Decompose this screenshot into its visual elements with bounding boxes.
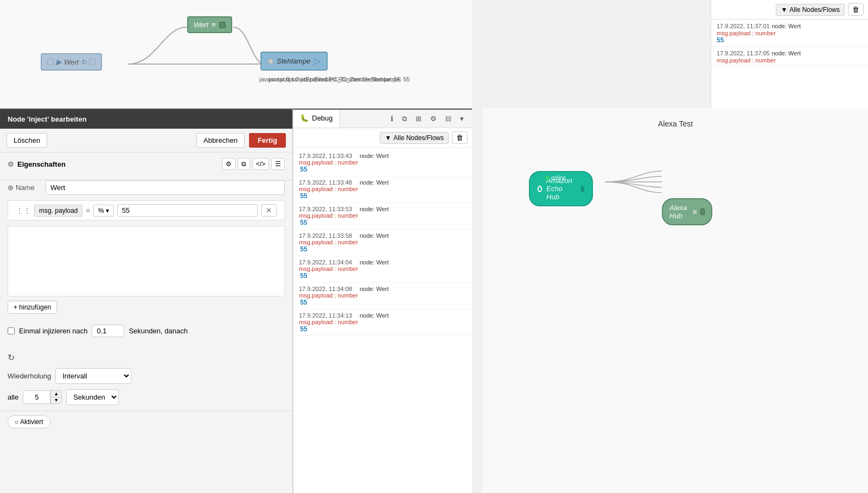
payload-eq: =: [86, 206, 90, 214]
hinzufuegen-btn[interactable]: + hinzufügen: [8, 301, 57, 314]
wert-port-right: [219, 22, 226, 28]
wiederholung-icon-row: ↻: [8, 352, 285, 363]
debug-filter-bar: ▼ Alle Nodes/Flows 🗑: [293, 128, 472, 148]
prop-list-btn[interactable]: ☰: [271, 158, 285, 170]
alexa-title: Alexa Test: [483, 109, 868, 139]
debug-messages: 17.9.2022, 11:33:43 node: Wert msg.paylo…: [293, 148, 472, 493]
inject-label: Einmal injizieren nach: [19, 327, 87, 335]
sekunden-select[interactable]: Sekunden: [66, 389, 119, 405]
alexa-hub-port-right: [700, 208, 705, 215]
inject-unit-label: Sekunden, danach: [129, 327, 187, 335]
payload-handle-icon: ⋮⋮: [16, 206, 31, 215]
inject-section: Einmal injizieren nach Sekunden, danach: [0, 319, 292, 349]
settings-btn[interactable]: ⚙: [426, 112, 441, 125]
alexa-hub-list-icon: ≡: [692, 207, 697, 216]
editor-toolbar: Löschen Abbrechen Fertig: [0, 129, 292, 153]
name-input[interactable]: [46, 180, 285, 195]
prop-gear-btn[interactable]: ⚙: [222, 158, 235, 170]
alle-value: 5: [23, 391, 50, 403]
debug-message-6: 17.9.2022, 11:34:13 node: Wert msg.paylo…: [293, 309, 472, 336]
alle-stepper: 5 ▲ ▼: [23, 390, 62, 404]
bottom-area: Node 'inject' bearbeiten Löschen Abbrech…: [0, 109, 472, 493]
copy-btn[interactable]: ⧉: [398, 112, 411, 126]
filter-icon: ▼: [781, 6, 787, 14]
prop-copy-btn[interactable]: ⧉: [238, 158, 250, 170]
debug-tab-label: Debug: [312, 114, 333, 122]
step-up-btn[interactable]: ▲: [50, 391, 61, 397]
payload-remove-btn[interactable]: ✕: [261, 204, 277, 217]
inject-icon: ▶: [56, 58, 62, 66]
flow-canvas: ▶ Wert ↻ Wert ≡ Stehlampe ▷ javascript.0…: [0, 0, 472, 109]
step-down-btn[interactable]: ▼: [50, 397, 61, 403]
stehlampe-port-left: [268, 59, 273, 64]
right-panel-header: ▼ Alle Nodes/Flows 🗑: [711, 0, 868, 20]
alexa-hub-label: Alexa Hub: [669, 204, 689, 220]
alle-label: alle: [8, 393, 18, 401]
db-btn[interactable]: ⊟: [442, 112, 455, 125]
inject-port-right: [89, 59, 95, 65]
eigenschaften-header: ⚙ Eigenschaften ⚙ ⧉ </> ☰: [8, 158, 285, 170]
debug-message-0: 17.9.2022, 11:33:43 node: Wert msg.paylo…: [293, 150, 472, 176]
tag-icon: ⊛: [8, 184, 14, 192]
stehlampe-node[interactable]: Stehlampe ▷: [260, 52, 328, 71]
inject-checkbox[interactable]: [8, 327, 15, 334]
debug-message-3: 17.9.2022, 11:33:58 node: Wert msg.paylo…: [293, 230, 472, 256]
payload-tag: msg. payload: [34, 205, 82, 217]
aktiviert-btn[interactable]: ○ Aktiviert: [8, 415, 50, 428]
more-btn[interactable]: ▾: [456, 112, 468, 125]
debug-panel-header: 🐛 Debug ℹ ⧉ ⊞ ⚙ ⊟ ▾: [293, 110, 472, 128]
eigenschaften-title: Eigenschaften: [17, 160, 66, 168]
echo-port-left: [538, 186, 542, 192]
inject-value-input[interactable]: [92, 325, 124, 337]
grid-btn[interactable]: ⊞: [412, 112, 425, 125]
debug-panel-icons: ℹ ⧉ ⊞ ⚙ ⊟ ▾: [387, 112, 472, 126]
inject-label: Wert: [64, 58, 79, 66]
payload-type-btn[interactable]: % ▾: [93, 205, 114, 217]
payload-extra-area: [8, 226, 285, 296]
wert-label: Wert: [194, 21, 208, 29]
circle-icon: ○: [15, 418, 18, 426]
right-entry-1: 17.9.2022, 11:37:01 node: Wert msg.paylo…: [711, 20, 868, 47]
debug-message-1: 17.9.2022, 11:33:48 node: Wert msg.paylo…: [293, 176, 472, 203]
inject-refresh: ↻: [81, 58, 87, 66]
info-btn[interactable]: ℹ: [387, 112, 397, 125]
trash-icon-debug: 🗑: [456, 134, 463, 142]
node-editor-panel: Node 'inject' bearbeiten Löschen Abbrech…: [0, 109, 293, 493]
editor-header: Node 'inject' bearbeiten: [0, 110, 292, 129]
wiederholung-select[interactable]: Intervall: [55, 368, 131, 384]
debug-message-2: 17.9.2022, 11:33:53 node: Wert msg.paylo…: [293, 203, 472, 230]
debug-tab[interactable]: 🐛 Debug: [293, 110, 340, 128]
wiederholung-section: ↻ Wiederholung Intervall alle 5 ▲ ▼: [0, 349, 292, 410]
online-badge: online: [545, 175, 566, 181]
wert-function-node[interactable]: Wert ≡: [187, 16, 232, 33]
name-label: ⊛ Name: [8, 184, 40, 192]
editor-title: Node 'inject' bearbeiten: [8, 115, 87, 123]
stehlampe-label: Stehlampe: [277, 57, 310, 65]
right-filter-btn[interactable]: ▼ Alle Nodes/Flows: [776, 4, 845, 16]
fertig-button[interactable]: Fertig: [249, 133, 286, 148]
name-form-row: ⊛ Name: [0, 180, 292, 195]
alexa-hub-node[interactable]: Alexa Hub ≡: [662, 198, 712, 225]
loeschen-button[interactable]: Löschen: [7, 133, 47, 148]
payload-value-input[interactable]: [117, 204, 258, 217]
stehlampe-arrow: ▷: [314, 56, 320, 66]
wert-list-icon: ≡: [212, 21, 216, 29]
refresh-icon: ↻: [8, 352, 15, 363]
echo-port-right: [581, 186, 584, 192]
inject-port-left: [47, 59, 54, 65]
prop-code-btn[interactable]: </>: [252, 158, 269, 170]
right-delete-btn[interactable]: 🗑: [848, 3, 864, 16]
debug-delete-btn[interactable]: 🗑: [452, 131, 468, 144]
eigenschaften-icons: ⚙ ⧉ </> ☰: [222, 158, 285, 170]
debug-filter-btn[interactable]: ▼ Alle Nodes/Flows: [380, 132, 449, 144]
inject-node[interactable]: ▶ Wert ↻: [41, 53, 102, 71]
chevron-icon: ▾: [106, 207, 109, 214]
alexa-area: Alexa Test Amazon Echo Hub online Alexa …: [483, 109, 868, 493]
online-dot: [545, 176, 550, 180]
aktiviert-row: ○ Aktiviert: [0, 410, 292, 433]
debug-panel: 🐛 Debug ℹ ⧉ ⊞ ⚙ ⊟ ▾ ▼ Alle Nodes/Flows 🗑: [293, 109, 472, 493]
alle-row: alle 5 ▲ ▼ Sekunden: [8, 389, 285, 405]
abbrechen-button[interactable]: Abbrechen: [196, 133, 245, 148]
right-entry-2: 17.9.2022, 11:37:05 node: Wert msg.paylo…: [711, 47, 868, 66]
payload-row: ⋮⋮ msg. payload = % ▾ ✕: [8, 200, 285, 220]
